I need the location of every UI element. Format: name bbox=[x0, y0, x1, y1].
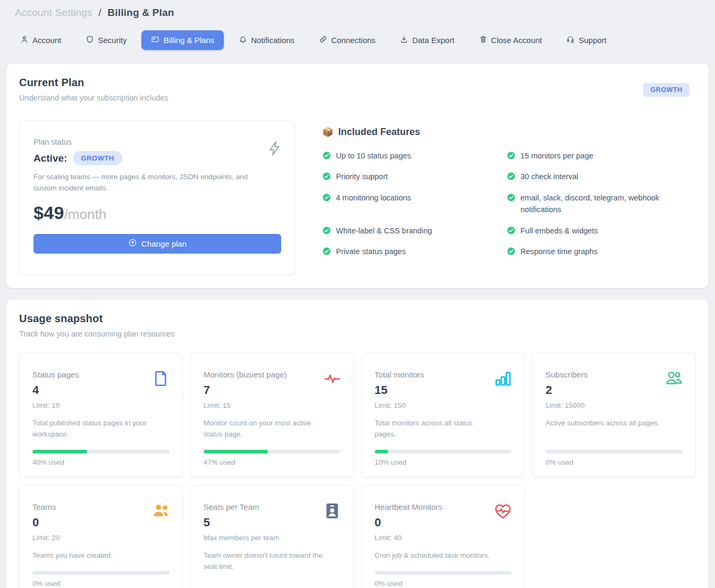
user-icon bbox=[20, 35, 29, 45]
link-icon bbox=[319, 35, 327, 45]
usage-subtitle: Track how you are consuming plan resourc… bbox=[19, 330, 696, 338]
feature-item: Full embeds & widgets bbox=[507, 225, 691, 237]
billing-page: Account Settings / Billing & Plan Accoun… bbox=[0, 0, 715, 588]
tab-support[interactable]: Support bbox=[557, 30, 616, 50]
tab-billing-plans[interactable]: Billing & Plans bbox=[141, 30, 224, 50]
usage-progress: 0% used bbox=[545, 440, 683, 466]
feature-item: Private status pages bbox=[322, 246, 507, 257]
feature-item: Response time graphs bbox=[507, 246, 691, 257]
package-icon: 📦 bbox=[322, 127, 333, 138]
usage-card-heartbeat-monitors: Heartbeat Monitors 0 Limit: 40 Cron job … bbox=[361, 485, 525, 588]
heart-pulse-icon bbox=[493, 501, 512, 520]
current-plan-title: Current Plan bbox=[19, 77, 168, 89]
feature-item: 30 check interval bbox=[507, 171, 691, 182]
tab-account[interactable]: Account bbox=[11, 30, 71, 50]
arrow-up-circle-icon bbox=[128, 238, 137, 249]
settings-tab-bar: Account Security Billing & Plans Notific… bbox=[11, 30, 704, 50]
usage-progress: 47% used bbox=[204, 440, 341, 466]
check-circle-icon bbox=[507, 172, 516, 181]
feature-item: 15 monitors per page bbox=[507, 150, 691, 162]
check-circle-icon bbox=[507, 151, 516, 160]
current-plan-subtitle: Understand what your subscription includ… bbox=[19, 94, 168, 102]
check-circle-icon bbox=[507, 247, 516, 256]
tab-notifications[interactable]: Notifications bbox=[229, 30, 304, 50]
tab-data-export[interactable]: Data Export bbox=[390, 30, 464, 50]
users-outline-icon bbox=[664, 369, 684, 388]
features-grid: Up to 10 status pages 15 monitors per pa… bbox=[322, 150, 696, 258]
plan-status-badge: GROWTH bbox=[73, 151, 122, 165]
usage-title: Usage snapshot bbox=[19, 313, 696, 325]
included-features: 📦 Included Features Up to 10 status page… bbox=[322, 120, 696, 275]
usage-progress: 0% used bbox=[32, 561, 170, 587]
plan-status-value: Active: bbox=[33, 153, 67, 164]
shield-icon bbox=[86, 35, 94, 45]
usage-snapshot-card: Usage snapshot Track how you are consumi… bbox=[6, 300, 709, 588]
bell-icon bbox=[239, 35, 247, 45]
credit-card-icon bbox=[151, 35, 159, 45]
trash-icon bbox=[479, 35, 487, 45]
usage-card-seats-per-team: Seats per Team 5 Max members per team Te… bbox=[190, 485, 354, 588]
tab-security[interactable]: Security bbox=[76, 30, 136, 50]
current-plan-card: Current Plan Understand what your subscr… bbox=[6, 64, 709, 288]
page-title: Billing & Plan bbox=[107, 7, 174, 18]
check-circle-icon bbox=[322, 172, 331, 181]
plan-price: $49/month bbox=[33, 203, 281, 223]
breadcrumb: Account Settings / Billing & Plan bbox=[6, 0, 709, 29]
usage-card-subscribers: Subscribers 2 Limit: 15000 Active subscr… bbox=[532, 352, 696, 477]
plan-description: For scaling teams — more pages & monitor… bbox=[33, 172, 262, 194]
users-filled-icon bbox=[152, 501, 171, 520]
usage-card-total-monitors: Total monitors 15 Limit: 150 Total monit… bbox=[361, 352, 525, 477]
feature-item: Priority support bbox=[322, 171, 507, 182]
bar-chart-icon bbox=[493, 369, 512, 388]
check-circle-icon bbox=[507, 193, 516, 202]
plan-status-panel: Plan status Active: GROWTH For scaling t… bbox=[19, 120, 296, 275]
feature-item: Up to 10 status pages bbox=[322, 150, 507, 162]
usage-grid: Status pages 4 Limit: 10 Total published… bbox=[19, 352, 696, 588]
usage-card-teams: Teams 0 Limit: 20 Teams you have created… bbox=[19, 485, 183, 588]
file-icon bbox=[152, 369, 171, 388]
usage-progress: 0% used bbox=[375, 561, 512, 587]
check-circle-icon bbox=[322, 247, 331, 256]
pulse-icon bbox=[323, 369, 342, 388]
tab-connections[interactable]: Connections bbox=[309, 30, 385, 50]
lightning-bolt-icon bbox=[266, 140, 283, 157]
feature-item: email, slack, discord, telegram, webhook… bbox=[507, 192, 691, 216]
price-period: /month bbox=[64, 206, 107, 222]
breadcrumb-section[interactable]: Account Settings bbox=[15, 7, 92, 18]
plan-status-label: Plan status bbox=[33, 138, 281, 146]
plan-tier-badge: GROWTH bbox=[643, 83, 689, 97]
price-amount: $49 bbox=[33, 203, 64, 223]
headset-icon bbox=[566, 35, 575, 45]
download-icon bbox=[400, 35, 408, 45]
id-badge-icon bbox=[323, 501, 342, 520]
usage-progress: 40% used bbox=[32, 440, 170, 466]
usage-progress: 10% used bbox=[375, 440, 512, 466]
check-circle-icon bbox=[322, 151, 331, 160]
change-plan-button[interactable]: Change plan bbox=[33, 234, 281, 254]
feature-item: 4 monitoring locations bbox=[322, 192, 507, 216]
tab-close-account[interactable]: Close Account bbox=[469, 30, 552, 50]
usage-card-monitors-busiest: Monitors (busiest page) 7 Limit: 15 Moni… bbox=[190, 352, 354, 477]
breadcrumb-separator: / bbox=[98, 7, 101, 18]
check-circle-icon bbox=[322, 193, 331, 202]
feature-item: White-label & CSS branding bbox=[322, 225, 507, 237]
check-circle-icon bbox=[322, 226, 331, 235]
check-circle-icon bbox=[507, 226, 516, 235]
features-heading: Included Features bbox=[338, 127, 420, 138]
usage-card-status-pages: Status pages 4 Limit: 10 Total published… bbox=[19, 352, 183, 477]
